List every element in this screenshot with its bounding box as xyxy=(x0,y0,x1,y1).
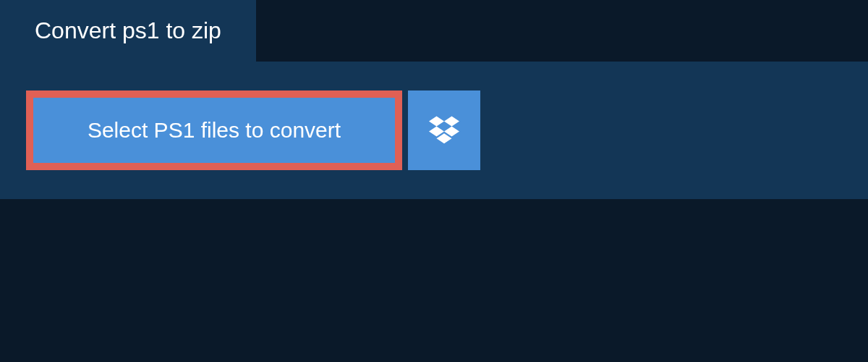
page-title: Convert ps1 to zip xyxy=(35,17,221,43)
content-panel: Select PS1 files to convert xyxy=(0,62,868,199)
select-files-label: Select PS1 files to convert xyxy=(88,118,341,143)
button-row: Select PS1 files to convert xyxy=(26,90,842,170)
select-files-button[interactable]: Select PS1 files to convert xyxy=(26,90,402,170)
dropbox-icon xyxy=(429,114,459,147)
dropbox-button[interactable] xyxy=(408,90,480,170)
tab-header: Convert ps1 to zip xyxy=(0,0,256,62)
